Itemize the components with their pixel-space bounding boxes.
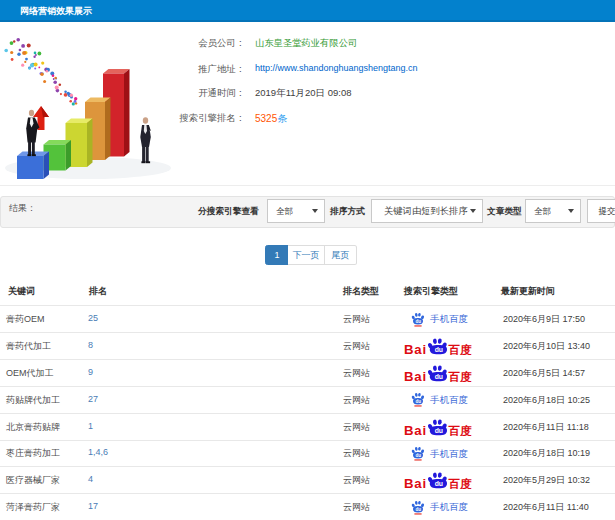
svg-text:du: du bbox=[416, 507, 422, 512]
svg-text:百度: 百度 bbox=[448, 342, 473, 354]
svg-text:Bai: Bai bbox=[404, 368, 427, 381]
svg-text:百度: 百度 bbox=[448, 423, 473, 435]
svg-text:Bai: Bai bbox=[404, 476, 427, 489]
svg-text:du: du bbox=[416, 453, 422, 458]
svg-text:du: du bbox=[435, 481, 443, 488]
svg-text:百度: 百度 bbox=[448, 477, 473, 489]
svg-text:du: du bbox=[435, 373, 443, 380]
svg-text:百度: 百度 bbox=[448, 369, 473, 381]
svg-text:du: du bbox=[416, 319, 422, 324]
svg-text:du: du bbox=[435, 346, 443, 353]
svg-text:Bai: Bai bbox=[404, 341, 427, 354]
svg-text:du: du bbox=[416, 399, 422, 404]
svg-text:Bai: Bai bbox=[404, 422, 427, 435]
svg-text:du: du bbox=[435, 427, 443, 434]
